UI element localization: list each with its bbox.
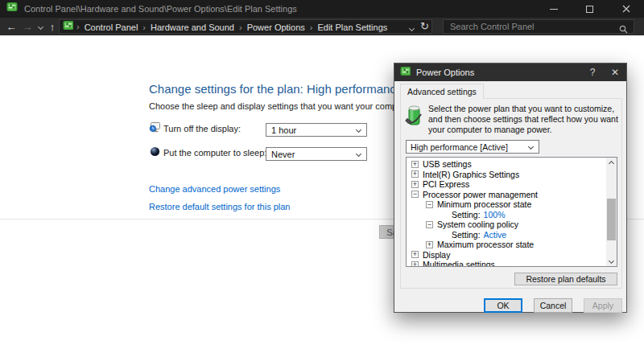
tree-item-label: Intel(R) Graphics Settings (423, 170, 519, 179)
collapse-icon[interactable]: − (426, 221, 433, 228)
dialog-help-button[interactable]: ? (581, 64, 604, 81)
collapse-icon[interactable]: − (426, 201, 433, 208)
tree-item-label: Setting:100% (452, 210, 505, 219)
tree-item-label: Maximum processor state (437, 240, 534, 249)
change-advanced-power-settings-link[interactable]: Change advanced power settings (149, 184, 280, 194)
close-button[interactable] (608, 0, 644, 18)
control-panel-icon (63, 19, 73, 34)
chevron-down-icon (356, 127, 361, 133)
tab-advanced-settings[interactable]: Advanced settings (400, 84, 484, 99)
page-title: Change settings for the plan: High perfo… (149, 82, 402, 96)
search-placeholder: Search Control Panel (450, 22, 535, 31)
put-to-sleep-value: Never (271, 150, 295, 159)
dialog-title: Power Options (416, 68, 474, 77)
restore-default-settings-link[interactable]: Restore default settings for this plan (149, 202, 290, 211)
restore-plan-defaults-button[interactable]: Restore plan defaults (514, 273, 617, 285)
chevron-down-icon (528, 144, 534, 150)
breadcrumb-item[interactable]: Control Panel (83, 23, 140, 32)
address-dropdown-chevron-icon[interactable] (410, 19, 414, 34)
tree-item-label: USB settings (423, 159, 472, 169)
turn-off-display-label: Turn off the display: (163, 124, 241, 133)
dialog-titlebar[interactable]: Power Options ? ✕ (394, 64, 626, 81)
expand-icon[interactable]: + (411, 170, 419, 178)
sleep-moon-icon (150, 146, 160, 160)
up-button[interactable]: ↑ (45, 18, 60, 35)
address-bar[interactable]: › Control Panel›Hardware and Sound›Power… (59, 19, 432, 34)
close-icon (622, 5, 630, 13)
dialog-description: Select the power plan that you want to c… (428, 104, 620, 135)
breadcrumb-item[interactable]: Power Options (246, 23, 307, 32)
breadcrumb-separator-icon: › (73, 22, 83, 31)
tree-item-label: Minimum processor state (437, 199, 531, 209)
tree-item[interactable]: Setting:Active (407, 230, 606, 240)
tree-scrollbar[interactable] (606, 158, 617, 266)
expand-icon[interactable]: + (411, 181, 419, 188)
search-input[interactable]: Search Control Panel (443, 19, 634, 34)
apply-button: Apply (584, 298, 622, 313)
tree-item-label: Setting:Active (452, 230, 506, 240)
tree-item[interactable]: +USB settings (407, 159, 606, 170)
breadcrumb-separator-icon: › (139, 23, 149, 32)
put-to-sleep-select[interactable]: Never (266, 147, 367, 161)
scroll-up-icon[interactable] (606, 158, 617, 167)
expand-icon[interactable]: + (411, 251, 419, 258)
tree-item[interactable]: +Multimedia settings (407, 260, 606, 267)
tree-item[interactable]: +Display (407, 250, 606, 260)
tree-item[interactable]: −Minimum processor state (407, 199, 606, 210)
power-plan-select[interactable]: High performance [Active] (406, 140, 539, 154)
tree-item[interactable]: −Processor power management (407, 190, 606, 200)
breadcrumb-item[interactable]: Hardware and Sound (149, 23, 236, 32)
collapse-icon[interactable]: − (411, 191, 419, 198)
tree-item[interactable]: −System cooling policy (407, 219, 606, 230)
advanced-settings-tree: +USB settings+Intel(R) Graphics Settings… (406, 157, 617, 267)
tree-item-label: Multimedia settings (423, 260, 495, 267)
power-plan-value: High performance [Active] (411, 142, 508, 152)
tree-item[interactable]: +Maximum processor state (407, 240, 606, 250)
window-title: Control Panel\Hardware and Sound\Power O… (24, 4, 297, 14)
control-panel-icon (6, 2, 18, 16)
dialog-close-button[interactable]: ✕ (604, 64, 626, 81)
forward-button[interactable]: → (19, 18, 35, 35)
power-options-icon (400, 65, 411, 80)
cancel-button[interactable]: Cancel (534, 298, 572, 313)
scrollbar-thumb[interactable] (607, 199, 616, 240)
expand-icon[interactable]: + (411, 261, 419, 267)
tree-item[interactable]: +Intel(R) Graphics Settings (407, 170, 606, 180)
window-titlebar: Control Panel\Hardware and Sound\Power O… (0, 0, 644, 18)
back-button[interactable]: ← (3, 18, 19, 35)
maximize-icon (586, 6, 593, 13)
tree-item-label: Processor power management (423, 190, 538, 199)
minimize-icon (550, 9, 558, 10)
dialog-tab-page: Select the power plan that you want to c… (400, 98, 622, 289)
navigation-toolbar: ← → ↑ › Control Panel›Hardware and Sound… (0, 18, 644, 35)
put-to-sleep-label: Put the computer to sleep: (163, 148, 266, 158)
refresh-icon[interactable]: ↻ (420, 20, 429, 33)
chevron-down-icon (356, 151, 361, 157)
recent-locations-chevron-icon[interactable] (35, 18, 45, 35)
battery-plug-icon (405, 105, 424, 130)
expand-icon[interactable]: + (411, 161, 419, 168)
breadcrumb-item[interactable]: Edit Plan Settings (316, 23, 389, 32)
tree-item-label: Display (423, 250, 450, 260)
minimize-button[interactable] (535, 0, 572, 18)
breadcrumb-separator-icon: › (236, 23, 246, 32)
tree-item-value[interactable]: Active (484, 230, 507, 240)
power-options-dialog: Power Options ? ✕ Advanced settings Sele… (394, 63, 627, 313)
breadcrumb: Control Panel›Hardware and Sound›Power O… (83, 19, 390, 34)
tree-item-label: PCI Express (423, 179, 469, 189)
ok-button[interactable]: OK (484, 298, 522, 313)
tree-item[interactable]: Setting:100% (407, 210, 606, 220)
display-clock-icon (149, 121, 161, 137)
turn-off-display-select[interactable]: 1 hour (266, 123, 367, 137)
tree-item[interactable]: +PCI Express (407, 179, 606, 190)
maximize-button[interactable] (572, 0, 608, 18)
scroll-down-icon[interactable] (606, 256, 617, 266)
tree-item-label: System cooling policy (437, 219, 518, 229)
breadcrumb-separator-icon: › (307, 23, 316, 32)
turn-off-display-value: 1 hour (271, 125, 296, 135)
expand-icon[interactable]: + (426, 241, 433, 248)
tree-item-value[interactable]: 100% (484, 210, 506, 219)
